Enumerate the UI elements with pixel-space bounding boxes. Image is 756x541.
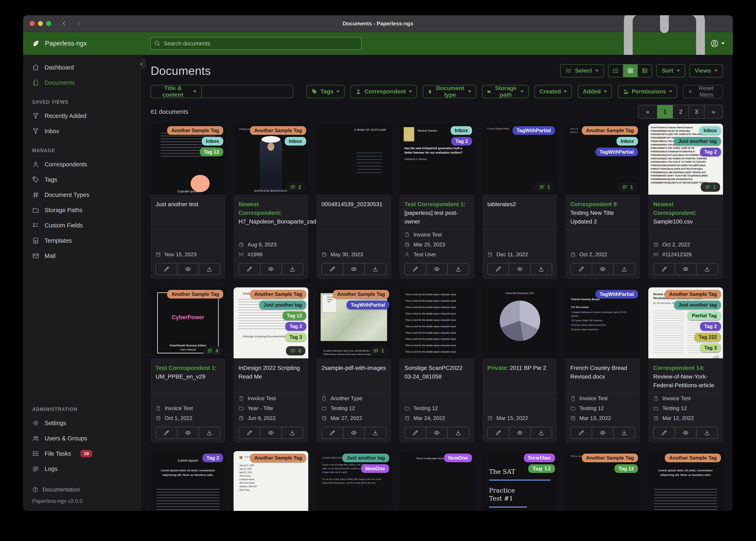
view-button[interactable] xyxy=(675,427,696,438)
sidebar-item-custom-fields[interactable]: Custom Fields xyxy=(23,218,141,233)
document-thumbnail[interactable]: Test NameJanuary 2, 2022July 14, 1984Apr… xyxy=(234,451,308,511)
document-correspondent[interactable]: Correspondent 9 xyxy=(570,201,617,208)
edit-button[interactable] xyxy=(488,427,509,438)
document-thumbnail[interactable]: Lorem ipsumLorem ipsum dolor sit amet, c… xyxy=(151,451,225,511)
document-thumbnail[interactable]: Adobe Acrobat PDF FilesCupcake ipsumAnot… xyxy=(151,124,225,195)
tag-badge[interactable]: Inbox xyxy=(699,126,721,135)
edit-button[interactable] xyxy=(571,264,592,274)
download-button[interactable] xyxy=(364,264,386,274)
download-button[interactable] xyxy=(696,427,718,438)
filter-storage-path-button[interactable]: Storage path xyxy=(482,85,529,98)
sidebar-item-mail[interactable]: Mail xyxy=(23,248,141,264)
forward-icon[interactable] xyxy=(76,20,82,27)
pagination-page-3[interactable]: 3 xyxy=(688,105,704,118)
download-button[interactable] xyxy=(281,427,303,438)
document-thumbnail[interactable]: Contact Sheet DemoGiven a set of image f… xyxy=(317,451,391,511)
sidebar-item-templates[interactable]: Templates xyxy=(23,233,141,248)
tag-badge[interactable]: Tag 2 xyxy=(285,322,306,331)
tag-badge[interactable]: Another Sample Tag xyxy=(333,290,389,298)
filter-tags-button[interactable]: Tags xyxy=(306,85,345,98)
download-button[interactable] xyxy=(530,264,552,274)
tag-badge[interactable]: Tag 2 xyxy=(700,148,721,156)
download-button[interactable] xyxy=(696,264,718,274)
tag-badge[interactable]: Just another tag xyxy=(342,454,389,462)
tag-badge[interactable]: TagWithPartial xyxy=(595,148,638,156)
download-button[interactable] xyxy=(364,427,386,438)
tag-badge[interactable]: Another Sample Tag xyxy=(665,454,721,462)
view-button[interactable] xyxy=(426,427,447,438)
edit-button[interactable] xyxy=(405,264,426,274)
reset-filters-button[interactable]: × Reset filters xyxy=(683,85,723,98)
sidebar-item-document-types[interactable]: Document Types xyxy=(23,187,141,203)
pagination-page-1[interactable]: 1 xyxy=(657,105,673,118)
tag-badge[interactable]: Tag 3 xyxy=(700,343,721,352)
filter-permissions-button[interactable]: Permissions xyxy=(618,85,677,98)
edit-button[interactable] xyxy=(322,427,343,438)
tag-badge[interactable]: Another Sample Tag xyxy=(665,290,721,298)
document-thumbnail[interactable]: The SATPractice Test #1Make time to take… xyxy=(482,451,557,511)
edit-button[interactable] xyxy=(239,427,260,438)
view-button[interactable] xyxy=(177,427,198,438)
sidebar-item-dashboard[interactable]: Dashboard xyxy=(23,60,141,75)
document-thumbnail[interactable]: ✳ BANK OF SCOTLAND xyxy=(317,124,391,195)
document-thumbnail[interactable]: CyberPowerPowerPanel® Business EditionUs… xyxy=(151,287,225,358)
tag-badge[interactable]: Another Sample Tag xyxy=(167,290,223,298)
tag-badge[interactable]: Another Sample Tag xyxy=(167,126,223,135)
tag-badge[interactable]: Tag 12 xyxy=(614,464,638,473)
sort-button[interactable]: Sort xyxy=(656,64,685,77)
document-thumbnail[interactable]: Review of Arbitral Awards Shows Swift Re… xyxy=(648,287,723,358)
tag-badge[interactable]: Just another tag xyxy=(674,137,721,146)
edit-button[interactable] xyxy=(405,427,426,438)
tag-badge[interactable]: NewOne xyxy=(524,454,555,462)
zoom-button[interactable] xyxy=(46,21,51,26)
search-input[interactable] xyxy=(150,37,361,50)
title-content-filter-button[interactable]: Title & content xyxy=(151,85,202,98)
document-thumbnail[interactable]: one,1.0five,5.0Another Sample TagInboxTa… xyxy=(565,124,640,195)
minimize-button[interactable] xyxy=(38,21,43,26)
views-button[interactable]: Views xyxy=(689,64,723,77)
document-correspondent[interactable]: Newest Correspondent xyxy=(653,201,695,216)
comment-count-badge[interactable]: 1 xyxy=(535,183,554,192)
document-thumbnail[interactable]: French Country BreadFor the Leaven1 heap… xyxy=(565,287,640,358)
view-button[interactable] xyxy=(509,264,530,274)
tag-badge[interactable]: Tag 12 xyxy=(283,311,306,320)
document-thumbnail[interactable]: This is a test for the double space char… xyxy=(399,287,474,358)
comment-count-badge[interactable]: 1 xyxy=(618,183,637,192)
download-button[interactable] xyxy=(447,264,469,274)
edit-button[interactable] xyxy=(156,264,177,274)
comment-count-badge[interactable]: 5 xyxy=(701,510,720,511)
tag-badge[interactable]: TagWithPartial xyxy=(513,126,555,135)
document-thumbnail[interactable]: Francja pod r...NAPOLEON BONAPARTEAnothe… xyxy=(234,124,308,195)
tag-badge[interactable]: TagWithPartial xyxy=(595,290,638,298)
document-correspondent[interactable]: Test Correspondent 1 xyxy=(404,201,464,208)
document-thumbnail[interactable]: Serial Number,Company Name,Employe978818… xyxy=(648,124,723,195)
document-correspondent[interactable]: Newest Correspondent xyxy=(239,201,280,216)
filter-correspondent-button[interactable]: Correspondent xyxy=(350,85,417,98)
detail-view-button[interactable] xyxy=(637,65,652,77)
document-thumbnail[interactable]: Boundary Waters TripCurabitur bibendum a… xyxy=(317,287,391,358)
view-button[interactable] xyxy=(343,264,364,274)
tag-badge[interactable]: Tag 2 xyxy=(202,454,223,462)
tag-badge[interactable]: NewOne xyxy=(444,454,472,462)
view-button[interactable] xyxy=(675,264,696,274)
tag-badge[interactable]: NewOne xyxy=(361,464,389,473)
view-button[interactable] xyxy=(260,427,281,438)
tag-badge[interactable]: Inbox xyxy=(617,137,638,146)
edit-button[interactable] xyxy=(322,264,343,274)
tag-badge[interactable]: Tag 222 xyxy=(695,333,721,341)
comment-count-badge[interactable]: 4 xyxy=(203,346,222,355)
tag-badge[interactable]: Tag 2 xyxy=(700,322,721,331)
edit-button[interactable] xyxy=(156,427,177,438)
edit-button[interactable] xyxy=(654,264,675,274)
tag-badge[interactable]: Tag 3 xyxy=(285,333,306,341)
back-icon[interactable] xyxy=(61,20,67,27)
pagination-page-2[interactable]: 2 xyxy=(673,105,688,118)
sidebar-item-settings[interactable]: Settings xyxy=(23,415,141,431)
comment-count-badge[interactable]: 1 xyxy=(369,346,388,355)
tag-badge[interactable]: Inbox xyxy=(285,137,306,146)
tag-badge[interactable]: Tag 12 xyxy=(528,464,555,473)
view-button[interactable] xyxy=(260,264,281,274)
sidebar-item-file-tasks[interactable]: File Tasks16 xyxy=(23,446,141,461)
tag-badge[interactable]: Inbox xyxy=(202,137,223,146)
filter-created-button[interactable]: Created xyxy=(534,85,572,98)
